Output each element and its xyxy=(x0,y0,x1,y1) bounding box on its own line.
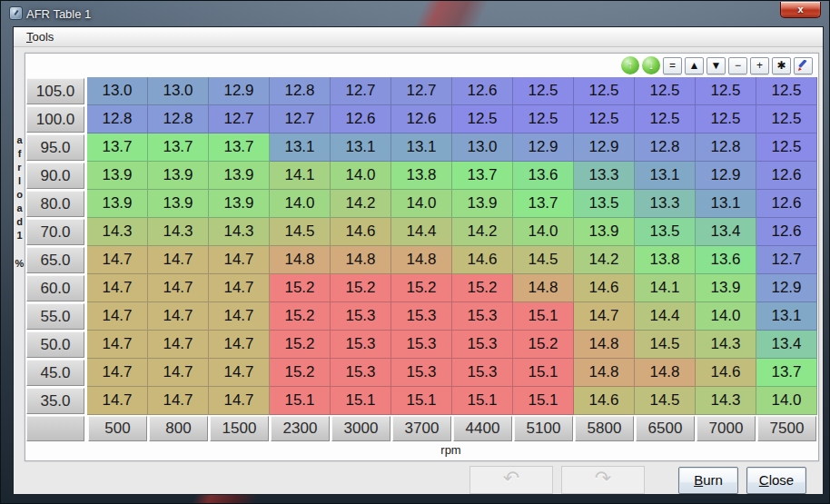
row-header[interactable]: 65.0 xyxy=(26,247,84,273)
table-cell[interactable]: 13.9 xyxy=(87,162,148,190)
table-cell[interactable]: 12.5 xyxy=(452,105,513,133)
table-cell[interactable]: 14.0 xyxy=(331,162,391,190)
increase-all-button[interactable]: ▲ xyxy=(685,57,704,74)
titlebar[interactable]: AFR Table 1 x xyxy=(1,1,829,26)
column-header[interactable]: 2300 xyxy=(271,416,330,441)
table-cell[interactable]: 12.9 xyxy=(513,133,574,162)
row-header[interactable]: 55.0 xyxy=(26,303,84,330)
table-cell[interactable]: 14.5 xyxy=(513,246,574,274)
table-cell[interactable]: 12.7 xyxy=(209,105,270,133)
row-header[interactable]: 35.0 xyxy=(26,388,84,414)
table-cell[interactable]: 12.9 xyxy=(696,162,756,190)
table-cell[interactable]: 14.8 xyxy=(513,274,574,302)
table-cell[interactable]: 13.9 xyxy=(209,190,270,218)
table-cell[interactable]: 14.1 xyxy=(635,274,696,302)
table-cell[interactable]: 15.3 xyxy=(452,302,513,331)
table-cell[interactable]: 14.7 xyxy=(87,246,148,274)
table-cell[interactable]: 14.2 xyxy=(574,246,635,274)
table-cell[interactable]: 12.5 xyxy=(756,105,817,133)
table-cell[interactable]: 13.7 xyxy=(452,162,513,190)
table-cell[interactable]: 14.0 xyxy=(513,218,574,246)
table-cell[interactable]: 12.7 xyxy=(756,246,817,274)
burn-button[interactable]: Burn xyxy=(678,467,738,494)
table-cell[interactable]: 14.8 xyxy=(574,331,635,359)
table-cell[interactable]: 14.7 xyxy=(87,274,148,302)
table-cell[interactable]: 12.8 xyxy=(148,105,209,133)
table-cell[interactable]: 13.0 xyxy=(452,133,513,162)
table-cell[interactable]: 14.8 xyxy=(635,359,696,387)
table-cell[interactable]: 14.0 xyxy=(756,387,817,415)
table-cell[interactable]: 15.1 xyxy=(331,387,391,415)
table-cell[interactable]: 14.0 xyxy=(391,190,452,218)
column-header[interactable]: 3700 xyxy=(392,416,451,441)
table-cell[interactable]: 14.7 xyxy=(148,302,209,331)
column-header[interactable]: 500 xyxy=(88,416,147,441)
table-cell[interactable]: 13.5 xyxy=(635,218,696,246)
table-cell[interactable]: 14.7 xyxy=(87,331,148,359)
table-cell[interactable]: 14.6 xyxy=(331,218,391,246)
table-cell[interactable]: 15.3 xyxy=(331,302,391,331)
column-header[interactable]: 7000 xyxy=(697,416,756,441)
table-cell[interactable]: 14.2 xyxy=(331,190,391,218)
table-cell[interactable]: 12.7 xyxy=(331,77,391,105)
column-header[interactable]: 5800 xyxy=(575,416,634,441)
table-cell[interactable]: 14.7 xyxy=(209,302,270,331)
table-cell[interactable]: 12.5 xyxy=(513,77,574,105)
minus-button[interactable]: − xyxy=(728,57,747,74)
table-cell[interactable]: 13.1 xyxy=(756,302,817,331)
scale-button[interactable]: ✱ xyxy=(772,57,791,74)
table-cell[interactable]: 14.6 xyxy=(696,359,756,387)
table-cell[interactable]: 14.1 xyxy=(270,162,331,190)
table-cell[interactable]: 15.1 xyxy=(513,302,574,331)
row-header[interactable]: 45.0 xyxy=(26,360,84,386)
table-cell[interactable]: 14.8 xyxy=(270,246,331,274)
row-header[interactable]: 50.0 xyxy=(26,331,84,358)
import-table-down-icon[interactable]: ↓ xyxy=(642,56,660,74)
table-cell[interactable]: 14.6 xyxy=(574,387,635,415)
table-cell[interactable]: 14.5 xyxy=(635,331,696,359)
close-button[interactable]: Close xyxy=(746,467,806,494)
column-header[interactable]: 7500 xyxy=(757,416,816,441)
table-cell[interactable]: 14.0 xyxy=(696,302,756,331)
table-cell[interactable]: 12.6 xyxy=(756,190,817,218)
table-cell[interactable]: 14.8 xyxy=(331,246,391,274)
table-cell[interactable]: 14.7 xyxy=(209,387,270,415)
table-cell[interactable]: 13.7 xyxy=(87,133,148,162)
undo-button[interactable]: ↶ xyxy=(469,466,553,494)
table-cell[interactable]: 14.0 xyxy=(270,190,331,218)
table-cell[interactable]: 14.4 xyxy=(635,302,696,331)
table-cell[interactable]: 14.6 xyxy=(452,246,513,274)
table-cell[interactable]: 15.3 xyxy=(331,331,391,359)
edit-pencil-button[interactable] xyxy=(794,57,813,74)
table-cell[interactable]: 14.7 xyxy=(87,387,148,415)
table-cell[interactable]: 13.9 xyxy=(452,190,513,218)
table-cell[interactable]: 14.3 xyxy=(148,218,209,246)
table-cell[interactable]: 12.5 xyxy=(635,77,696,105)
table-cell[interactable]: 15.3 xyxy=(452,359,513,387)
table-cell[interactable]: 12.5 xyxy=(513,105,574,133)
table-cell[interactable]: 13.5 xyxy=(574,190,635,218)
row-header[interactable]: 100.0 xyxy=(26,106,84,133)
table-cell[interactable]: 13.1 xyxy=(270,133,331,162)
row-header[interactable]: 95.0 xyxy=(26,134,84,161)
table-cell[interactable]: 12.5 xyxy=(574,77,635,105)
table-cell[interactable]: 13.4 xyxy=(756,331,817,359)
table-cell[interactable]: 13.6 xyxy=(696,246,756,274)
table-cell[interactable]: 12.8 xyxy=(270,77,331,105)
table-cell[interactable]: 13.1 xyxy=(331,133,391,162)
table-cell[interactable]: 13.9 xyxy=(209,162,270,190)
table-cell[interactable]: 14.7 xyxy=(148,246,209,274)
table-cell[interactable]: 15.1 xyxy=(270,387,331,415)
table-cell[interactable]: 14.7 xyxy=(209,359,270,387)
table-cell[interactable]: 14.7 xyxy=(87,359,148,387)
column-header[interactable]: 800 xyxy=(149,416,208,441)
row-header[interactable]: 80.0 xyxy=(26,191,84,217)
table-cell[interactable]: 14.7 xyxy=(209,274,270,302)
row-header[interactable]: 90.0 xyxy=(26,163,84,189)
menu-tools[interactable]: Tools xyxy=(19,27,61,46)
table-cell[interactable]: 15.3 xyxy=(452,331,513,359)
table-cell[interactable]: 15.2 xyxy=(270,274,331,302)
table-cell[interactable]: 15.2 xyxy=(391,274,452,302)
table-cell[interactable]: 12.6 xyxy=(756,162,817,190)
table-cell[interactable]: 15.1 xyxy=(513,387,574,415)
